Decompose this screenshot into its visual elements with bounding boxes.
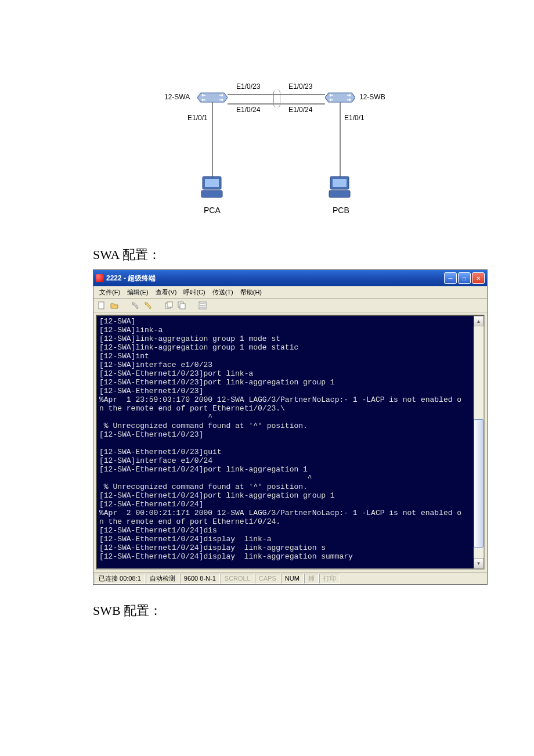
scroll-track[interactable] (474, 326, 484, 558)
swa-config-heading: SWA 配置： (93, 246, 447, 264)
port-e1023-right: E1/0/23 (288, 82, 312, 91)
hyperterminal-window: 2222 - 超级终端 ─ □ ✕ 文件(F) 编辑(E) 查看(V) 呼叫(C… (93, 269, 488, 585)
status-num: NUM (281, 574, 304, 584)
svg-rect-3 (205, 179, 219, 187)
svg-rect-8 (99, 302, 104, 309)
menu-file[interactable]: 文件(F) (97, 287, 122, 297)
svg-rect-4 (201, 190, 222, 197)
svg-rect-10 (167, 302, 172, 307)
receive-icon[interactable] (177, 301, 186, 310)
disconnect-icon[interactable] (143, 301, 153, 310)
pcb-icon (327, 174, 352, 200)
terminal-output[interactable]: [12-SWA] [12-SWA]link-a [12-SWA]link-agg… (97, 316, 474, 568)
port-e101-right: E1/0/1 (344, 114, 365, 122)
pca-label: PCA (204, 206, 221, 215)
app-icon (96, 274, 104, 282)
window-title: 2222 - 超级终端 (106, 273, 444, 283)
menu-edit[interactable]: 编辑(E) (125, 287, 151, 297)
status-print: 打印 (319, 574, 340, 584)
status-scroll: SCROLL (221, 574, 254, 584)
minimize-button[interactable]: ─ (444, 272, 457, 284)
port-e101-left: E1/0/1 (187, 114, 208, 122)
pcb-label: PCB (333, 206, 349, 215)
svg-rect-7 (329, 190, 350, 197)
send-icon[interactable] (164, 301, 174, 310)
titlebar: 2222 - 超级终端 ─ □ ✕ (93, 270, 487, 286)
aggregation-icon (273, 89, 280, 108)
svg-rect-6 (333, 179, 347, 187)
link-pca (212, 102, 213, 178)
menu-transfer[interactable]: 传送(T) (210, 287, 236, 297)
network-diagram: 12-SWA 12-SWB E1/0/23 E1/0/23 E1/0/24 E1… (93, 81, 447, 223)
svg-rect-12 (180, 304, 185, 309)
maximize-button[interactable]: □ (458, 272, 471, 284)
statusbar: 已连接 00:08:1 自动检测 9600 8-N-1 SCROLL CAPS … (93, 572, 487, 584)
call-icon[interactable] (131, 301, 140, 310)
new-icon[interactable] (97, 301, 106, 310)
scroll-thumb[interactable] (474, 419, 484, 548)
status-caps: CAPS (255, 574, 280, 584)
status-capture: 捕 (304, 574, 319, 584)
menu-help[interactable]: 帮助(H) (238, 287, 264, 297)
swb-label: 12-SWB (359, 93, 385, 101)
menubar: 文件(F) 编辑(E) 查看(V) 呼叫(C) 传送(T) 帮助(H) (93, 286, 487, 299)
terminal-body: [12-SWA] [12-SWA]link-a [12-SWA]link-agg… (96, 315, 485, 570)
menu-call[interactable]: 呼叫(C) (181, 287, 207, 297)
scroll-up-button[interactable]: ▲ (474, 316, 484, 326)
port-e1023-left: E1/0/23 (236, 82, 260, 91)
close-button[interactable]: ✕ (472, 272, 485, 284)
svg-marker-0 (197, 93, 228, 102)
toolbar (93, 299, 487, 312)
menu-view[interactable]: 查看(V) (153, 287, 179, 297)
svg-marker-1 (325, 93, 355, 102)
properties-icon[interactable] (198, 301, 207, 310)
status-detect: 自动检测 (146, 574, 179, 584)
pca-icon (199, 174, 225, 200)
port-e1024-right: E1/0/24 (288, 106, 312, 114)
port-e1024-left: E1/0/24 (236, 106, 260, 114)
swb-config-heading: SWB 配置： (93, 602, 447, 620)
scrollbar[interactable]: ▲ ▼ (474, 316, 484, 568)
swa-label: 12-SWA (164, 93, 190, 101)
status-connected: 已连接 00:08:1 (95, 574, 145, 584)
scroll-down-button[interactable]: ▼ (474, 558, 484, 568)
link-pcb (340, 102, 341, 178)
status-baud: 9600 8-N-1 (180, 574, 220, 584)
open-icon[interactable] (110, 301, 119, 310)
